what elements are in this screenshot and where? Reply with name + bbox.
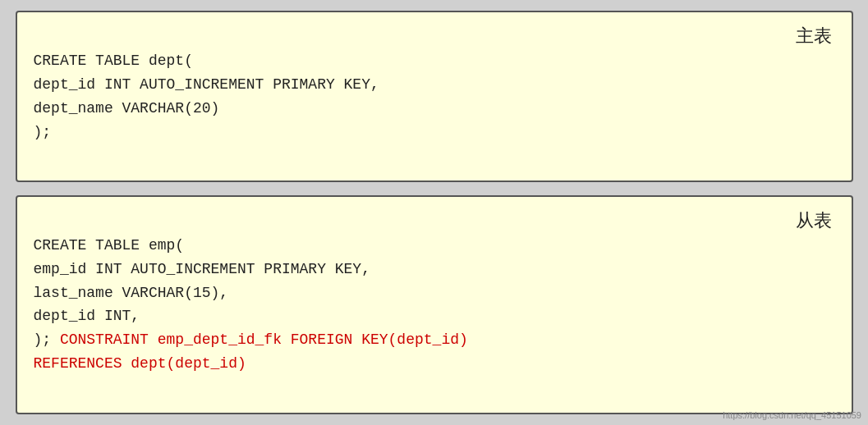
code-line-4: ); xyxy=(34,124,52,140)
code-line-3: dept_name VARCHAR(20) xyxy=(34,100,220,117)
references-text: REFERENCES dept(dept_id) xyxy=(34,355,246,372)
code-box-main-table: 主表 CREATE TABLE dept( dept_id INT AUTO_I… xyxy=(16,11,853,182)
code-line-1: CREATE TABLE dept( xyxy=(34,53,193,69)
main-table-label: 主表 xyxy=(796,24,832,48)
sub-table-code: CREATE TABLE emp( emp_id INT AUTO_INCREM… xyxy=(34,210,835,399)
sub-table-label: 从表 xyxy=(796,208,832,233)
code-line-6: emp_id INT AUTO_INCREMENT PRIMARY KEY, xyxy=(34,261,370,277)
code-box-sub-table: 从表 CREATE TABLE emp( emp_id INT AUTO_INC… xyxy=(16,195,853,414)
code-line-2: dept_id INT AUTO_INCREMENT PRIMARY KEY, xyxy=(34,76,379,93)
constraint-text: CONSTRAINT emp_dept_id_fk FOREIGN KEY(de… xyxy=(60,331,468,348)
code-line-5: CREATE TABLE emp( xyxy=(34,237,185,254)
code-line-9: ); CONSTRAINT emp_dept_id_fk FOREIGN KEY… xyxy=(34,331,468,348)
main-table-code: CREATE TABLE dept( dept_id INT AUTO_INCR… xyxy=(34,25,835,167)
code-line-8: dept_id INT, xyxy=(34,308,140,324)
code-line-7: last_name VARCHAR(15), xyxy=(34,285,229,301)
watermark: https://blog.csdn.net/qq_45151059 xyxy=(723,410,861,420)
